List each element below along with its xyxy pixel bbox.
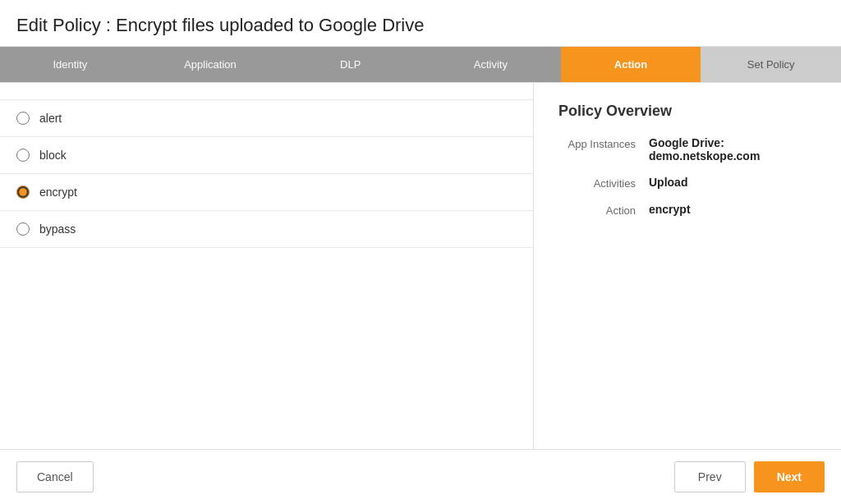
main-content: alert block encrypt bypass Policy Overvi… bbox=[0, 83, 841, 449]
steps-nav: Identity Application DLP Activity Action… bbox=[0, 47, 841, 83]
overview-label-action: Action bbox=[558, 203, 649, 217]
overview-row-activities: Activities Upload bbox=[558, 176, 816, 190]
cancel-button[interactable]: Cancel bbox=[16, 461, 94, 493]
overview-value-app-instances: Google Drive:demo.netskope.com bbox=[649, 136, 760, 163]
option-alert-label: alert bbox=[39, 112, 62, 125]
prev-button[interactable]: Prev bbox=[674, 461, 746, 493]
option-alert[interactable]: alert bbox=[0, 99, 533, 137]
step-set-policy[interactable]: Set Policy bbox=[701, 47, 841, 82]
radio-encrypt[interactable] bbox=[16, 186, 30, 199]
option-bypass[interactable]: bypass bbox=[0, 211, 533, 248]
step-activity[interactable]: Activity bbox=[420, 47, 561, 82]
option-block[interactable]: block bbox=[0, 137, 533, 174]
overview-value-action: encrypt bbox=[649, 203, 691, 216]
step-dlp[interactable]: DLP bbox=[280, 47, 420, 82]
policy-overview-title: Policy Overview bbox=[558, 103, 816, 120]
footer: Cancel Prev Next bbox=[0, 449, 841, 504]
overview-row-action: Action encrypt bbox=[558, 203, 816, 217]
overview-label-activities: Activities bbox=[558, 176, 649, 190]
option-encrypt[interactable]: encrypt bbox=[0, 174, 533, 211]
radio-block[interactable] bbox=[16, 149, 30, 162]
step-identity[interactable]: Identity bbox=[0, 47, 140, 82]
step-application[interactable]: Application bbox=[140, 47, 281, 82]
overview-label-app-instances: App Instances bbox=[558, 136, 649, 150]
step-action[interactable]: Action bbox=[561, 47, 701, 82]
radio-bypass[interactable] bbox=[16, 222, 30, 236]
right-panel: Policy Overview App Instances Google Dri… bbox=[534, 83, 841, 449]
overview-row-app-instances: App Instances Google Drive:demo.netskope… bbox=[558, 136, 816, 163]
option-bypass-label: bypass bbox=[39, 222, 76, 236]
overview-value-activities: Upload bbox=[649, 176, 687, 189]
footer-right: Prev Next bbox=[674, 461, 825, 493]
next-button[interactable]: Next bbox=[754, 461, 825, 493]
page-wrapper: Edit Policy : Encrypt files uploaded to … bbox=[0, 0, 841, 504]
page-title: Edit Policy : Encrypt files uploaded to … bbox=[0, 0, 841, 47]
radio-alert[interactable] bbox=[16, 112, 30, 125]
option-block-label: block bbox=[39, 149, 67, 162]
overview-table: App Instances Google Drive:demo.netskope… bbox=[558, 136, 816, 217]
option-encrypt-label: encrypt bbox=[39, 186, 77, 199]
left-panel: alert block encrypt bypass bbox=[0, 83, 534, 449]
